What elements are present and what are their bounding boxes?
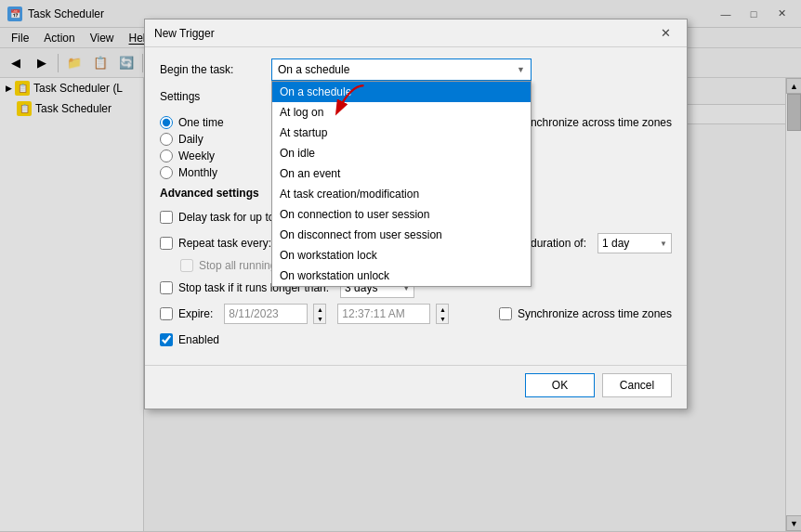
- radio-daily[interactable]: [160, 133, 173, 146]
- radio-weekly-label: Weekly: [178, 149, 215, 162]
- dialog-close-button[interactable]: ✕: [653, 24, 677, 43]
- radio-monthly[interactable]: [160, 166, 173, 179]
- radio-monthly-row: Monthly: [160, 166, 224, 179]
- radio-weekly[interactable]: [160, 149, 173, 162]
- red-arrow-annotation: [316, 79, 372, 125]
- cancel-button[interactable]: Cancel: [602, 373, 672, 397]
- dropdown-option-8[interactable]: On workstation lock: [272, 245, 531, 266]
- begin-task-row: Begin the task: On a schedule ▼ On a sch…: [160, 58, 672, 81]
- dropdown-option-1[interactable]: At log on: [272, 102, 531, 123]
- sync-zones-label: Synchronize across time zones: [518, 116, 672, 129]
- ok-button[interactable]: OK: [525, 373, 595, 397]
- dropdown-arrow-icon: ▼: [517, 65, 525, 74]
- begin-task-dropdown: On a schedule ▼ On a schedule At log on …: [271, 58, 532, 81]
- time-spinner: ▲ ▼: [436, 304, 449, 324]
- expire-date-input[interactable]: [224, 304, 308, 324]
- dropdown-option-6[interactable]: On connection to user session: [272, 204, 531, 225]
- expire-checkbox[interactable]: [160, 307, 173, 320]
- radio-monthly-label: Monthly: [178, 166, 217, 179]
- dropdown-option-3[interactable]: On idle: [272, 143, 531, 163]
- dialog-body: Begin the task: On a schedule ▼ On a sch…: [145, 47, 687, 357]
- sync-checkbox[interactable]: [499, 307, 512, 320]
- time-spin-up[interactable]: ▲: [437, 305, 448, 314]
- dropdown-option-7[interactable]: On disconnect from user session: [272, 225, 531, 245]
- date-spinner: ▲ ▼: [313, 304, 326, 324]
- duration-dropdown[interactable]: 1 day ▼: [597, 233, 672, 253]
- repeat-task-label: Repeat task every:: [178, 237, 271, 250]
- begin-task-selected: On a schedule: [278, 63, 513, 76]
- dropdown-option-9[interactable]: On workstation unlock: [272, 266, 531, 286]
- dropdown-option-4[interactable]: On an event: [272, 163, 531, 184]
- repeat-task-checkbox[interactable]: [160, 237, 173, 250]
- settings-title: Settings: [160, 90, 200, 103]
- dialog-titlebar: New Trigger ✕: [145, 19, 687, 47]
- radio-one-time-label: One time: [178, 116, 224, 129]
- duration-value: 1 day: [602, 237, 660, 250]
- sync-label-adv: Synchronize across time zones: [518, 307, 672, 320]
- dropdown-option-5[interactable]: At task creation/modification: [272, 184, 531, 204]
- begin-task-dropdown-btn[interactable]: On a schedule ▼: [271, 58, 532, 81]
- duration-arrow-icon: ▼: [660, 240, 667, 248]
- radio-daily-row: Daily: [160, 133, 224, 146]
- dropdown-option-2[interactable]: At startup: [272, 123, 531, 143]
- time-spin-down[interactable]: ▼: [437, 314, 448, 323]
- stop-running-checkbox[interactable]: [180, 259, 193, 272]
- expire-time-input[interactable]: [337, 304, 430, 324]
- new-trigger-dialog: New Trigger ✕ Begin the task: On a sched…: [144, 19, 688, 409]
- date-spin-down[interactable]: ▼: [314, 314, 325, 323]
- begin-task-label: Begin the task:: [160, 63, 271, 76]
- dialog-title: New Trigger: [154, 27, 215, 40]
- radio-one-time-row: One time: [160, 116, 224, 129]
- expire-row: Expire: ▲ ▼ ▲ ▼ Synchronize across time …: [160, 304, 672, 324]
- date-spin-up[interactable]: ▲: [314, 305, 325, 314]
- expire-label: Expire:: [178, 307, 213, 320]
- radio-one-time[interactable]: [160, 116, 173, 129]
- stop-longer-checkbox[interactable]: [160, 281, 173, 294]
- enabled-row: Enabled: [160, 333, 672, 346]
- dialog-footer: OK Cancel: [145, 365, 687, 409]
- radio-group: One time Daily Weekly Monthly: [160, 116, 224, 179]
- enabled-checkbox[interactable]: [160, 333, 173, 346]
- begin-task-dropdown-menu: On a schedule At log on At startup On id…: [271, 81, 532, 287]
- dropdown-option-0[interactable]: On a schedule: [272, 82, 531, 102]
- radio-weekly-row: Weekly: [160, 149, 224, 162]
- delay-task-checkbox[interactable]: [160, 211, 173, 224]
- radio-daily-label: Daily: [178, 133, 204, 146]
- enabled-label: Enabled: [178, 333, 219, 346]
